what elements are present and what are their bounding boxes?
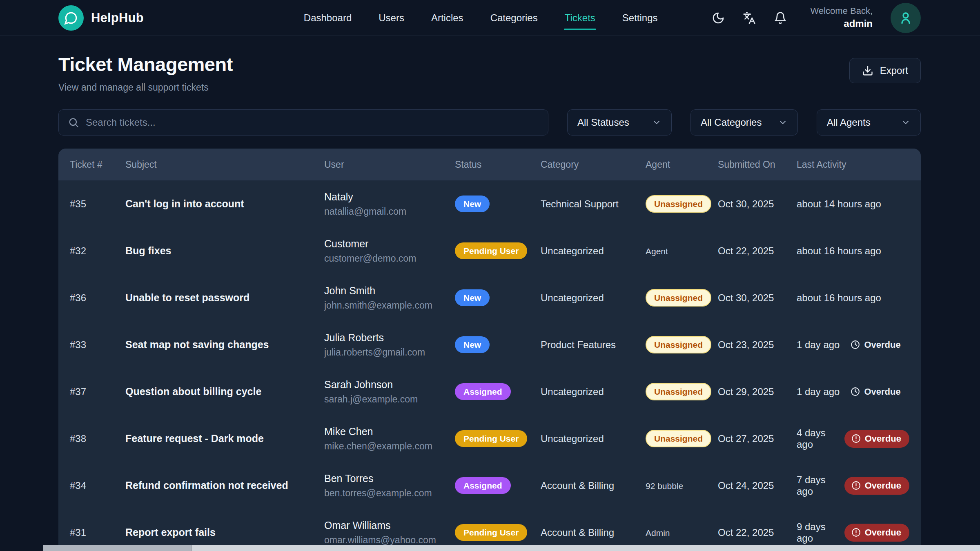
last-activity-cell: 1 day ago Overdue [797, 386, 909, 398]
ticket-table-body: #35 Can't log in into account Nataly nat… [58, 180, 921, 551]
ticket-category: Uncategorized [541, 245, 646, 257]
ticket-status-cell: Pending User [455, 524, 541, 541]
col-submitted-on: Submitted On [718, 159, 797, 170]
status-filter-dropdown[interactable]: All Statuses [567, 109, 672, 136]
status-badge: New [455, 196, 490, 212]
agent-value: Unassigned [646, 195, 711, 213]
table-row[interactable]: #36 Unable to reset password John Smith … [58, 274, 921, 321]
table-row[interactable]: #34 Refund confirmation not received Ben… [58, 462, 921, 509]
nav-item-dashboard[interactable]: Dashboard [303, 2, 352, 34]
page-title-block: Ticket Management View and manage all su… [58, 53, 233, 93]
download-icon [862, 65, 873, 76]
ticket-category: Product Features [541, 339, 646, 351]
user-email: ben.torres@example.com [324, 488, 455, 499]
notifications-bell-icon[interactable] [774, 11, 787, 24]
overdue-indicator: Overdue [850, 340, 900, 350]
page-title: Ticket Management [58, 53, 233, 76]
ticket-id: #37 [70, 386, 125, 398]
col-category: Category [541, 159, 646, 170]
ticket-category: Technical Support [541, 198, 646, 210]
ticket-category: Uncategorized [541, 433, 646, 444]
page-header: Ticket Management View and manage all su… [0, 36, 980, 93]
table-row[interactable]: #38 Feature request - Dark mode Mike Che… [58, 415, 921, 462]
ticket-id: #34 [70, 480, 125, 491]
user-email: julia.roberts@gmail.com [324, 347, 455, 358]
export-button[interactable]: Export [849, 58, 921, 83]
username: admin [811, 17, 873, 30]
activity-text: 1 day ago [797, 386, 840, 398]
last-activity-cell: about 16 hours ago [797, 292, 909, 304]
nav-item-tickets[interactable]: Tickets [564, 2, 596, 34]
user-email: omar.williams@yahoo.com [324, 535, 455, 546]
submitted-on: Oct 24, 2025 [718, 480, 797, 491]
nav-item-categories[interactable]: Categories [490, 2, 539, 34]
status-badge: Assigned [455, 477, 511, 494]
alert-circle-icon [851, 480, 861, 491]
activity-text: 4 days ago [797, 427, 834, 450]
last-activity-cell: about 14 hours ago [797, 198, 909, 210]
filter-bar: All Statuses All Categories All Agents [0, 93, 980, 136]
category-filter-dropdown[interactable]: All Categories [690, 109, 798, 136]
topbar-actions: Welcome Back, admin [712, 3, 921, 33]
overdue-label: Overdue [865, 433, 901, 444]
ticket-category: Account & Billing [541, 480, 646, 491]
scrollbar-thumb[interactable] [43, 545, 192, 551]
tickets-table: Ticket # Subject User Status Category Ag… [58, 149, 921, 551]
overdue-label: Overdue [864, 340, 900, 350]
status-badge: New [455, 336, 490, 353]
last-activity-cell: about 16 hours ago [797, 245, 909, 257]
submitted-on: Oct 27, 2025 [718, 433, 797, 444]
agent-filter-dropdown[interactable]: All Agents [817, 109, 921, 136]
ticket-status-cell: New [455, 196, 541, 212]
submitted-on: Oct 30, 2025 [718, 198, 797, 210]
submitted-on: Oct 29, 2025 [718, 386, 797, 398]
nav-item-users[interactable]: Users [378, 2, 405, 34]
agent-value: Agent [646, 247, 668, 256]
col-status: Status [455, 159, 541, 170]
ticket-agent-cell: Unassigned [646, 336, 718, 353]
table-row[interactable]: #37 Question about billing cycle Sarah J… [58, 368, 921, 415]
ticket-subject: Unable to reset password [125, 292, 324, 304]
user-name: Mike Chen [324, 426, 455, 438]
col-agent: Agent [646, 159, 718, 170]
agent-value: 92 bubble [646, 481, 683, 491]
user-email: natallia@gmail.com [324, 206, 455, 217]
col-last-activity: Last Activity [797, 159, 909, 170]
table-row[interactable]: #32 Bug fixes Customer customer@demo.com… [58, 227, 921, 274]
activity-text: about 14 hours ago [797, 198, 881, 210]
search-icon [68, 117, 79, 128]
ticket-id: #38 [70, 433, 125, 444]
ticket-user-cell: Nataly natallia@gmail.com [324, 191, 455, 217]
clock-icon [850, 387, 860, 397]
user-avatar[interactable] [891, 3, 921, 33]
table-row[interactable]: #35 Can't log in into account Nataly nat… [58, 180, 921, 227]
language-icon[interactable] [743, 11, 756, 24]
ticket-id: #32 [70, 245, 125, 257]
alert-circle-icon [851, 433, 861, 444]
activity-text: 1 day ago [797, 339, 840, 351]
chevron-down-icon [901, 118, 911, 127]
ticket-user-cell: John Smith john.smith@example.com [324, 285, 455, 311]
ticket-status-cell: Assigned [455, 477, 541, 494]
alert-circle-icon [851, 527, 861, 538]
status-badge: Pending User [455, 524, 527, 541]
table-row[interactable]: #31 Report export fails Omar Williams om… [58, 509, 921, 551]
ticket-id: #31 [70, 527, 125, 538]
main-nav: Dashboard Users Articles Categories Tick… [303, 2, 659, 34]
last-activity-cell: 7 days ago Overdue [797, 474, 909, 497]
table-header-row: Ticket # Subject User Status Category Ag… [58, 149, 921, 180]
ticket-agent-cell: Unassigned [646, 383, 718, 400]
theme-toggle-moon-icon[interactable] [712, 11, 725, 24]
search-input[interactable] [86, 117, 539, 128]
ticket-status-cell: New [455, 289, 541, 306]
table-row[interactable]: #33 Seat map not saving changes Julia Ro… [58, 321, 921, 368]
horizontal-scrollbar[interactable] [43, 545, 980, 551]
nav-item-articles[interactable]: Articles [430, 2, 464, 34]
user-email: customer@demo.com [324, 253, 455, 264]
activity-text: about 16 hours ago [797, 292, 881, 304]
ticket-subject: Report export fails [125, 527, 324, 538]
brand-logo[interactable]: HelpHub [58, 5, 144, 31]
export-label: Export [880, 65, 908, 76]
submitted-on: Oct 22, 2025 [718, 527, 797, 538]
nav-item-settings[interactable]: Settings [621, 2, 659, 34]
